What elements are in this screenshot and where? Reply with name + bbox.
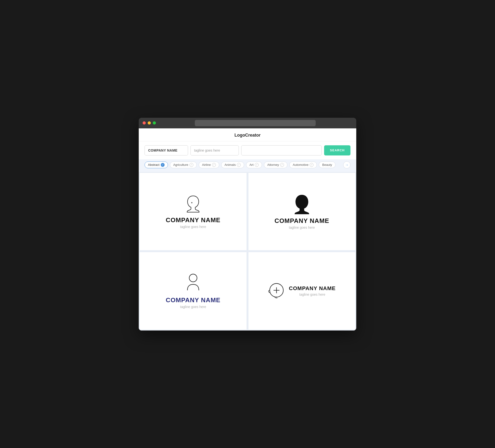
solid-head-icon <box>292 194 312 214</box>
logo-3-tagline: tagline goes here <box>180 305 206 309</box>
address-bar <box>195 120 316 126</box>
outline-head-icon <box>183 194 203 213</box>
category-pill-abstract[interactable]: Abstract ✓ <box>145 162 168 168</box>
search-button[interactable]: SEARCH <box>324 145 350 155</box>
check-icon-automotive: ✓ <box>310 163 314 167</box>
logo-4-tagline: tagline goes here <box>289 293 335 296</box>
category-pill-automotive[interactable]: Automotive ✓ <box>289 162 317 168</box>
logo-2-company-name: COMPANY NAME <box>275 217 329 224</box>
maximize-button[interactable] <box>153 121 156 125</box>
category-pill-animals[interactable]: Animals ✓ <box>221 162 244 168</box>
svg-point-1 <box>189 274 197 282</box>
logo-1-tagline: tagline goes here <box>180 225 206 229</box>
check-icon-art: ✓ <box>255 163 259 167</box>
category-label: Art <box>249 163 254 167</box>
category-pill-attorney[interactable]: Attorney ✓ <box>264 162 287 168</box>
minimize-button[interactable] <box>148 121 151 125</box>
category-pill-agriculture[interactable]: Agriculture ✓ <box>170 162 197 168</box>
check-icon-airline: ✓ <box>212 163 216 167</box>
search-bar: SEARCH <box>139 141 356 159</box>
category-label: Automotive <box>293 163 308 167</box>
logo-card-4[interactable]: COMPANY NAME tagline goes here <box>248 252 355 330</box>
logo-4-company-name: COMPANY NAME <box>289 285 335 292</box>
category-label: Abstract <box>148 163 160 167</box>
logo-grid: COMPANY NAME tagline goes here COMPANY N… <box>139 172 356 331</box>
browser-titlebar <box>139 118 356 128</box>
logo-card-1[interactable]: COMPANY NAME tagline goes here <box>140 173 247 250</box>
category-label: Agriculture <box>173 163 188 167</box>
tagline-input[interactable] <box>191 145 239 155</box>
category-label: Beauty <box>322 163 332 167</box>
category-pill-art[interactable]: Art ✓ <box>246 162 262 168</box>
logo-card-2[interactable]: COMPANY NAME tagline goes here <box>248 173 355 250</box>
app-header: LogoCreator <box>139 128 356 141</box>
close-button[interactable] <box>143 121 146 125</box>
categories-next-button[interactable]: → <box>343 161 350 168</box>
check-icon-agriculture: ✓ <box>190 163 193 167</box>
category-pill-airline[interactable]: Airline ✓ <box>199 162 219 168</box>
app-title: LogoCreator <box>234 133 261 138</box>
browser-content: LogoCreator SEARCH Abstract ✓ Agricultur… <box>139 128 356 331</box>
logo-2-tagline: tagline goes here <box>289 225 315 229</box>
medical-head-icon <box>268 282 285 300</box>
category-label: Animals <box>224 163 236 167</box>
company-name-input[interactable] <box>145 145 188 155</box>
check-icon-abstract: ✓ <box>161 163 165 167</box>
logo-3-company-name: COMPANY NAME <box>166 296 220 304</box>
check-icon-animals: ✓ <box>237 163 241 167</box>
category-label: Attorney <box>267 163 279 167</box>
extra-input[interactable] <box>241 145 322 155</box>
browser-window: LogoCreator SEARCH Abstract ✓ Agricultur… <box>139 118 356 331</box>
category-label: Airline <box>202 163 211 167</box>
category-filters: Abstract ✓ Agriculture ✓ Airline ✓ Anima… <box>139 159 356 172</box>
check-icon-attorney: ✓ <box>280 163 284 167</box>
category-pill-beauty[interactable]: Beauty <box>319 162 335 168</box>
svg-point-0 <box>192 202 192 203</box>
logo-4-text-group: COMPANY NAME tagline goes here <box>289 285 335 296</box>
logo-1-company-name: COMPANY NAME <box>166 216 220 224</box>
logo-card-3[interactable]: COMPANY NAME tagline goes here <box>140 252 247 330</box>
outline-person-icon <box>185 273 202 294</box>
